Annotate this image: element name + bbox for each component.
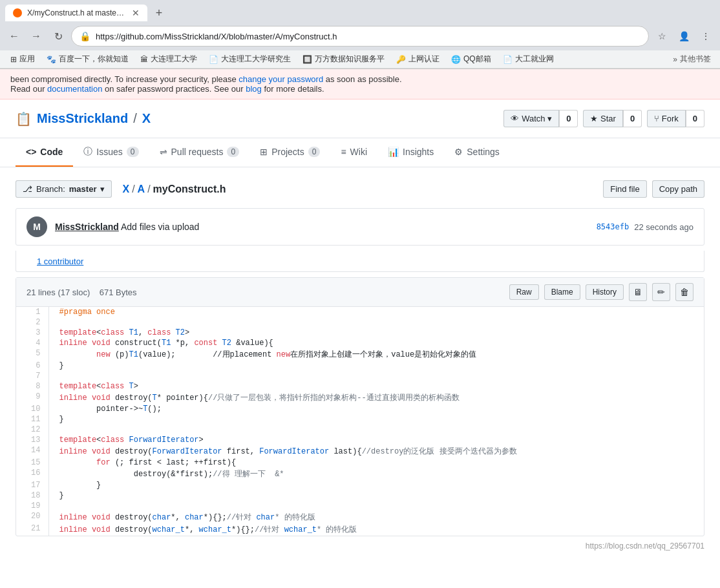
tab-code[interactable]: <> Code bbox=[16, 138, 73, 167]
branch-selector[interactable]: ⎇ Branch: master ▾ bbox=[16, 180, 112, 198]
copy-path-button[interactable]: Copy path bbox=[652, 180, 704, 198]
line-number: 5 bbox=[16, 348, 48, 361]
bookmark-jobs[interactable]: 📄 大工就业网 bbox=[498, 52, 559, 67]
menu-button[interactable]: ⋮ bbox=[697, 27, 715, 45]
contributors-link[interactable]: 1 contributor bbox=[26, 251, 94, 271]
table-row: 4inline void construct(T1 *p, const T2 &… bbox=[16, 338, 704, 348]
bookmark-qq[interactable]: 🌐 QQ邮箱 bbox=[446, 52, 496, 67]
commit-info-bar: M MissStrickland Add files via upload 85… bbox=[16, 208, 704, 246]
code-content: 1#pragma once2 3template<class T1, class… bbox=[16, 307, 704, 536]
table-row: 7 bbox=[16, 371, 704, 381]
projects-badge: 0 bbox=[308, 147, 321, 157]
tab-issues[interactable]: ⓘ Issues 0 bbox=[73, 138, 149, 167]
table-row: 13template<class ForwardIterator> bbox=[16, 435, 704, 445]
edit-icon-button[interactable]: ✏ bbox=[652, 283, 670, 301]
line-code bbox=[48, 501, 704, 511]
line-number: 20 bbox=[16, 511, 48, 523]
blame-button[interactable]: Blame bbox=[544, 284, 580, 300]
bookmark-dlu1[interactable]: 🏛 大连理工大学 bbox=[135, 52, 202, 67]
browser-titlebar: X/myConstruct.h at master · M ✕ + bbox=[0, 0, 720, 22]
lock-icon: 🔒 bbox=[79, 31, 90, 41]
delete-icon-button[interactable]: 🗑 bbox=[675, 283, 694, 301]
line-code bbox=[48, 425, 704, 435]
change-password-link[interactable]: change your password bbox=[238, 74, 323, 84]
blog-link[interactable]: blog bbox=[246, 84, 262, 94]
new-tab-button[interactable]: + bbox=[150, 4, 168, 22]
bookmarks-bar: ⊞ 应用 🐾 百度一下，你就知道 🏛 大连理工大学 📄 大连理工大学研究生 🔲 … bbox=[0, 50, 720, 68]
line-number: 14 bbox=[16, 445, 48, 457]
tab-pull-requests[interactable]: ⇌ Pull requests 0 bbox=[149, 138, 250, 167]
bookmarks-more-button[interactable]: » 其他书签 bbox=[669, 52, 715, 67]
tab-settings[interactable]: ⚙ Settings bbox=[444, 138, 510, 167]
projects-icon: ⊞ bbox=[260, 147, 268, 157]
more-bookmarks-icon: » bbox=[673, 55, 677, 64]
line-number: 8 bbox=[16, 381, 48, 392]
table-row: 6} bbox=[16, 361, 704, 371]
bookmark-dlu2[interactable]: 📄 大连理工大学研究生 bbox=[204, 52, 296, 67]
tab-wiki[interactable]: ≡ Wiki bbox=[330, 138, 377, 167]
line-code: #pragma once bbox=[48, 307, 704, 317]
tab-insights[interactable]: 📊 Insights bbox=[377, 138, 444, 167]
back-button[interactable]: ← bbox=[5, 27, 23, 45]
issues-badge: 0 bbox=[127, 147, 139, 157]
user-account-button[interactable]: 👤 bbox=[675, 27, 693, 45]
pr-badge: 0 bbox=[227, 147, 239, 157]
table-row: 12 bbox=[16, 425, 704, 435]
line-code: template<class ForwardIterator> bbox=[48, 435, 704, 445]
table-row: 20inline void destroy(char*, char*){};//… bbox=[16, 511, 704, 523]
table-row: 21inline void destroy(wchar_t*, wchar_t*… bbox=[16, 523, 704, 536]
line-code bbox=[48, 317, 704, 328]
repo-owner-link[interactable]: MissStrickland bbox=[37, 111, 128, 126]
commit-author-link[interactable]: MissStrickland bbox=[55, 222, 119, 232]
breadcrumb-dir-link[interactable]: A bbox=[138, 184, 145, 195]
watch-btn-group: 👁 Watch ▾ 0 bbox=[503, 110, 578, 127]
line-code: new (p)T1(value); //用placement new在所指对象上… bbox=[48, 348, 704, 361]
browser-tab[interactable]: X/myConstruct.h at master · M ✕ bbox=[5, 5, 147, 21]
bookmark-apps[interactable]: ⊞ 应用 bbox=[5, 52, 40, 67]
documentation-link[interactable]: documentation bbox=[47, 84, 102, 94]
address-bar[interactable]: 🔒 https://github.com/MissStrickland/X/bl… bbox=[71, 26, 649, 47]
repo-name-link[interactable]: X bbox=[142, 111, 151, 126]
bookmark-baidu[interactable]: 🐾 百度一下，你就知道 bbox=[41, 52, 134, 67]
history-button[interactable]: History bbox=[586, 284, 624, 300]
table-row: 16 destroy(&*first);//得 理解一下 &* bbox=[16, 468, 704, 480]
bookmark-wanfang[interactable]: 🔲 万方数据知识服务平 bbox=[297, 52, 390, 67]
table-row: 2 bbox=[16, 317, 704, 328]
line-number: 6 bbox=[16, 361, 48, 371]
contributors-bar: 1 contributor bbox=[16, 251, 704, 272]
browser-toolbar: ← → ↻ 🔒 https://github.com/MissStricklan… bbox=[0, 22, 720, 50]
refresh-button[interactable]: ↻ bbox=[49, 27, 67, 45]
table-row: 5 new (p)T1(value); //用placement new在所指对… bbox=[16, 348, 704, 361]
repo-nav: <> Code ⓘ Issues 0 ⇌ Pull requests 0 ⊞ P… bbox=[0, 138, 720, 167]
find-file-button[interactable]: Find file bbox=[603, 180, 647, 198]
raw-button[interactable]: Raw bbox=[509, 284, 539, 300]
commit-sha-link[interactable]: 8543efb bbox=[597, 222, 630, 231]
line-number: 21 bbox=[16, 523, 48, 536]
fork-btn-group: ⑂ Fork 0 bbox=[647, 110, 704, 127]
fork-button[interactable]: ⑂ Fork bbox=[647, 110, 686, 127]
auth-icon: 🔑 bbox=[396, 55, 406, 64]
tab-close-button[interactable]: ✕ bbox=[132, 8, 140, 17]
commit-message: Add files via upload bbox=[121, 222, 199, 232]
file-browser: ⎇ Branch: master ▾ X / A / myConstruct.h… bbox=[0, 167, 720, 563]
bookmark-auth[interactable]: 🔑 上网认证 bbox=[391, 52, 445, 67]
commit-details: MissStrickland Add files via upload bbox=[55, 222, 589, 232]
table-row: 17 } bbox=[16, 480, 704, 490]
line-code: inline void destroy(ForwardIterator firs… bbox=[48, 445, 704, 457]
display-icon-button[interactable]: 🖥 bbox=[629, 283, 647, 301]
line-code: for (; first < last; ++first){ bbox=[48, 457, 704, 468]
forward-button[interactable]: → bbox=[27, 27, 45, 45]
bookmark-star-button[interactable]: ☆ bbox=[653, 27, 671, 45]
dlu1-icon: 🏛 bbox=[140, 55, 148, 64]
line-number: 12 bbox=[16, 425, 48, 435]
line-number: 10 bbox=[16, 404, 48, 414]
breadcrumb-repo-link[interactable]: X bbox=[122, 184, 129, 195]
star-button[interactable]: ★ Star bbox=[583, 110, 622, 127]
file-action-buttons: Find file Copy path bbox=[603, 180, 704, 198]
code-viewer: 21 lines (17 sloc) 671 Bytes Raw Blame H… bbox=[16, 277, 704, 536]
baidu-icon: 🐾 bbox=[47, 55, 56, 64]
file-lines: 21 lines (17 sloc) 671 Bytes bbox=[26, 288, 137, 297]
avatar: M bbox=[26, 216, 47, 237]
tab-projects[interactable]: ⊞ Projects 0 bbox=[249, 138, 330, 167]
watch-button[interactable]: 👁 Watch ▾ bbox=[503, 110, 559, 127]
